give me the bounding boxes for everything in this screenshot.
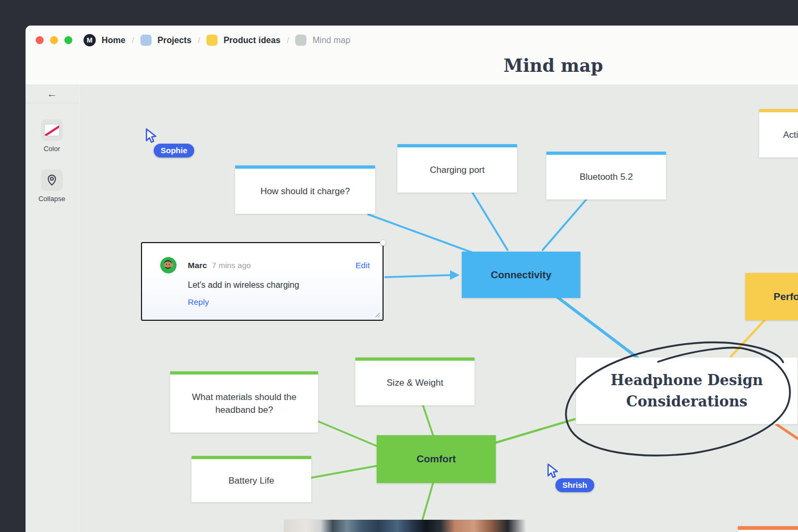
- close-button[interactable]: [36, 36, 44, 44]
- card-battery-life[interactable]: Battery Life: [192, 456, 311, 502]
- color-tool-button[interactable]: [41, 119, 63, 141]
- card-label: Acti: [783, 129, 798, 142]
- collapse-tool[interactable]: Collapse: [26, 169, 78, 203]
- projects-board-icon: [140, 35, 152, 46]
- node-performance-clipped[interactable]: Perfo: [745, 273, 798, 320]
- comment-timestamp: 7 mins ago: [212, 261, 251, 270]
- maximize-button[interactable]: [64, 36, 72, 44]
- breadcrumb-projects[interactable]: Projects: [140, 35, 192, 46]
- breadcrumb-separator: /: [287, 36, 289, 45]
- card-charging-port[interactable]: Charging port: [397, 144, 517, 193]
- mind-map-board-icon: [295, 35, 306, 46]
- card-active-clipped[interactable]: Acti: [759, 109, 798, 157]
- card-label: Size & Weight: [387, 377, 443, 389]
- node-connectivity[interactable]: Connectivity: [462, 252, 580, 298]
- card-label: Battery Life: [229, 475, 275, 487]
- node-label: Connectivity: [491, 269, 551, 281]
- minimize-button[interactable]: [50, 36, 58, 44]
- back-arrow-icon: ←: [47, 88, 57, 100]
- color-tool[interactable]: Color: [26, 119, 78, 153]
- cursor-label-shrish: Shrish: [555, 478, 594, 492]
- mind-map-canvas[interactable]: How should it charge? Charging port Blue…: [79, 85, 798, 532]
- node-label: Perfo: [774, 291, 798, 303]
- comment-text: Let's add in wireless charging: [188, 280, 370, 290]
- card-bluetooth[interactable]: Bluetooth 5.2: [546, 152, 666, 200]
- breadcrumb: M Home / Projects / Product ideas / Mind…: [84, 34, 351, 46]
- collapse-sidebar-button[interactable]: ←: [26, 85, 78, 103]
- header: M Home / Projects / Product ideas / Mind…: [26, 26, 798, 85]
- breadcrumb-separator: /: [132, 36, 134, 45]
- selection-handle[interactable]: [380, 239, 386, 246]
- card-label: Charging port: [430, 164, 485, 177]
- breadcrumb-product-ideas-label: Product ideas: [223, 36, 280, 45]
- collaborator-name: Shrish: [562, 480, 587, 489]
- breadcrumb-home[interactable]: M Home: [84, 34, 126, 46]
- breadcrumb-home-label: Home: [102, 36, 126, 45]
- card-orange-clipped[interactable]: [738, 526, 798, 532]
- collapse-tool-label: Collapse: [38, 195, 65, 203]
- photo-card[interactable]: [285, 520, 525, 532]
- card-label: Bluetooth 5.2: [579, 171, 633, 184]
- app-logo-icon: M: [84, 34, 96, 46]
- card-size-weight[interactable]: Size & Weight: [355, 358, 475, 405]
- card-label: How should it charge?: [260, 185, 350, 198]
- breadcrumb-separator: /: [198, 36, 200, 45]
- pin-icon: [45, 173, 59, 187]
- cursor-label-sophie: Sophie: [154, 144, 194, 157]
- comment-author: Marc: [188, 261, 207, 270]
- node-label: Headphone Design Considerations: [588, 370, 786, 411]
- breadcrumb-mind-map[interactable]: Mind map: [295, 35, 350, 46]
- breadcrumb-projects-label: Projects: [157, 36, 192, 45]
- card-materials[interactable]: What materials should the headband be?: [170, 371, 318, 433]
- traffic-lights: [36, 36, 72, 44]
- comment-reply-link[interactable]: Reply: [188, 297, 370, 307]
- comment-card[interactable]: Marc 7 mins ago Edit Let's add in wirele…: [141, 242, 384, 321]
- color-swatch-icon: [44, 124, 60, 136]
- product-ideas-board-icon: [206, 35, 218, 46]
- breadcrumb-mind-map-label: Mind map: [312, 36, 350, 45]
- card-label: What materials should the headband be?: [188, 391, 300, 417]
- breadcrumb-product-ideas[interactable]: Product ideas: [206, 35, 280, 46]
- color-tool-label: Color: [44, 145, 60, 153]
- app-window: M Home / Projects / Product ideas / Mind…: [26, 26, 798, 532]
- resize-handle-icon[interactable]: [374, 311, 380, 318]
- cursor-sophie-icon: [143, 128, 159, 144]
- node-label: Comfort: [417, 453, 456, 465]
- page-title: Mind map: [504, 55, 603, 76]
- cursor-shrish-icon: [545, 463, 561, 479]
- card-how-should-it-charge[interactable]: How should it charge?: [235, 165, 375, 214]
- node-comfort[interactable]: Comfort: [377, 435, 496, 483]
- toolbar-rail: ← Color Collapse: [26, 85, 79, 532]
- avatar: [160, 257, 177, 273]
- collaborator-name: Sophie: [161, 146, 187, 155]
- node-headphone-design-considerations[interactable]: Headphone Design Considerations: [576, 358, 797, 424]
- comment-edit-link[interactable]: Edit: [355, 261, 370, 270]
- collapse-tool-button[interactable]: [41, 169, 63, 191]
